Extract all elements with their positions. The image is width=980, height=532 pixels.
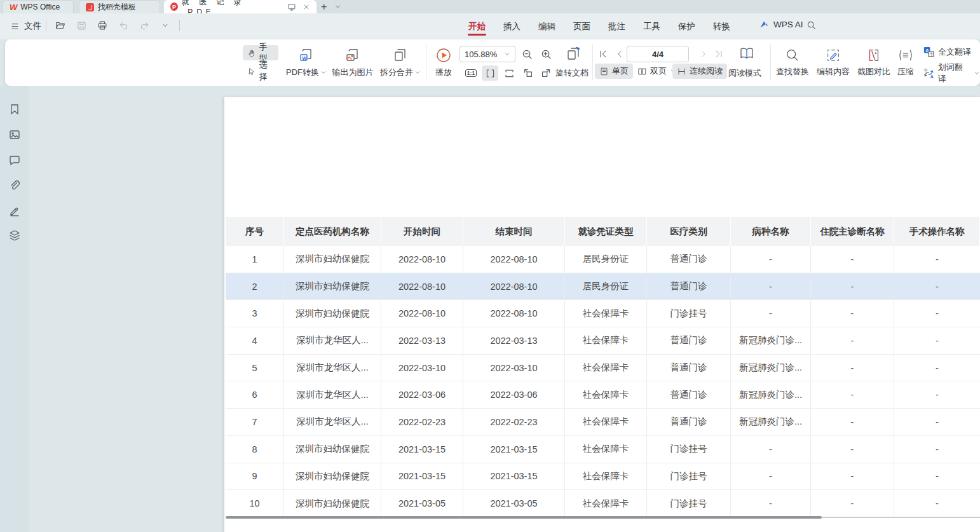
thumbnails-panel-button[interactable]: [7, 127, 22, 142]
word-translate-button[interactable]: 字 A 划词翻译: [923, 65, 980, 81]
cursor-icon: [247, 67, 256, 76]
bookmarks-panel-button[interactable]: [7, 102, 22, 117]
actual-size-button[interactable]: 1:1: [463, 65, 479, 81]
print-icon: [97, 20, 108, 31]
table-cell: -: [894, 463, 980, 490]
tab-list-chevron-icon[interactable]: [334, 3, 341, 10]
screenshot-compare-button[interactable]: 截图对比: [855, 43, 892, 81]
close-icon[interactable]: [303, 3, 310, 11]
ribbon-tab-tools[interactable]: 工具: [643, 15, 661, 38]
chevron-down-icon: [504, 51, 510, 57]
zoom-combobox[interactable]: 105.88%: [459, 46, 515, 62]
open-button[interactable]: [53, 18, 67, 32]
hand-tool-button[interactable]: 手型: [243, 45, 278, 60]
zoom-in-icon: [540, 48, 552, 60]
rotate-left-button[interactable]: [520, 65, 536, 81]
wps-ai-button[interactable]: WPS AI: [759, 19, 803, 30]
fit-width-button[interactable]: [501, 65, 517, 81]
table-cell: -: [731, 436, 811, 463]
page-number-input[interactable]: 4/4: [627, 46, 689, 62]
table-cell: 深圳市妇幼保健院: [284, 246, 381, 273]
quick-access-chevron[interactable]: [158, 18, 172, 32]
table-cell: 新冠肺炎门诊...: [731, 355, 811, 381]
table-cell: -: [811, 246, 894, 273]
fit-page-button[interactable]: [482, 65, 498, 81]
tab-docer[interactable]: 找稻壳模板: [79, 0, 160, 13]
last-page-button[interactable]: [712, 47, 726, 61]
table-cell: 社会保障卡: [565, 490, 647, 517]
menu-search-button[interactable]: [806, 20, 817, 31]
double-page-label: 双页: [650, 65, 667, 77]
table-cell: 8: [226, 436, 284, 463]
continuous-read-button[interactable]: 连续阅读: [672, 64, 727, 79]
find-replace-button[interactable]: 查找替换: [774, 43, 811, 81]
layers-panel-button[interactable]: [7, 228, 22, 243]
print-button[interactable]: [95, 18, 109, 32]
attachments-panel-button[interactable]: [7, 178, 22, 193]
ribbon-tab-home[interactable]: 开始: [468, 15, 486, 38]
table-cell: 2022-03-10: [381, 355, 463, 381]
table-cell: -: [731, 273, 811, 300]
ribbon-tab-comment[interactable]: 批注: [608, 15, 626, 38]
signature-panel-button[interactable]: [7, 203, 22, 219]
ribbon-tab-insert[interactable]: 插入: [503, 15, 521, 38]
read-mode-label[interactable]: 阅读模式: [728, 65, 761, 81]
compress-button[interactable]: 压缩: [894, 43, 918, 81]
table-cell: -: [811, 300, 894, 327]
play-icon: [435, 47, 452, 64]
table-cell: -: [731, 300, 811, 327]
table-cell: 6: [226, 381, 284, 408]
single-page-button[interactable]: 单页: [595, 64, 633, 79]
divider: [426, 44, 426, 80]
ribbon-tab-convert[interactable]: 转换: [712, 15, 731, 38]
undo-button[interactable]: [116, 18, 130, 32]
table-cell: 普通门诊: [647, 273, 731, 300]
zoom-in-button[interactable]: [539, 47, 553, 61]
rotate-right-button[interactable]: [538, 65, 554, 81]
table-cell: 2: [226, 273, 284, 300]
zoom-out-button[interactable]: [520, 47, 534, 61]
table-cell: 5: [226, 355, 284, 381]
table-cell: 2021-03-15: [381, 463, 463, 490]
tab-wps-home[interactable]: W WPS Office: [3, 0, 74, 13]
table-cell: -: [894, 409, 980, 435]
redo-button[interactable]: [137, 18, 151, 32]
ribbon-tab-protect[interactable]: 保护: [677, 15, 696, 38]
continuous-read-label: 连续阅读: [690, 65, 723, 77]
table-cell: 深圳市妇幼保健院: [284, 490, 381, 517]
one-to-one-icon: 1:1: [465, 69, 477, 78]
rotate-doc-label[interactable]: 旋转文档: [555, 65, 589, 81]
book-icon: [738, 45, 755, 62]
comments-panel-button[interactable]: [7, 153, 22, 168]
divider: [592, 44, 593, 80]
ribbon-tab-edit[interactable]: 编辑: [538, 15, 556, 38]
table-cell: 新冠肺炎门诊...: [731, 409, 811, 435]
edit-content-button[interactable]: 编辑内容: [815, 43, 852, 81]
prev-page-button[interactable]: [613, 47, 627, 61]
read-mode-button[interactable]: [737, 44, 756, 62]
menubar: 文件 开始 插入: [0, 13, 980, 39]
prev-page-icon: [615, 50, 624, 58]
layers-icon: [8, 229, 21, 242]
save-button[interactable]: [74, 18, 88, 32]
table-cell: 社会保障卡: [565, 463, 647, 490]
full-translate-button[interactable]: A 字 全文翻译: [923, 46, 971, 58]
select-tool-button[interactable]: 选择: [243, 64, 278, 79]
ribbon-tab-page[interactable]: 页面: [573, 15, 591, 38]
export-image-button[interactable]: 输出为图片: [329, 43, 376, 81]
table-row: 6深圳市龙华区人...2022-03-062022-03-06社会保障卡普通门诊…: [226, 381, 980, 409]
play-button[interactable]: 播放: [430, 43, 458, 81]
monitor-icon[interactable]: [287, 3, 296, 11]
table-cell: -: [811, 327, 894, 354]
split-merge-button[interactable]: 拆分合并: [376, 43, 425, 81]
file-menu-button[interactable]: 文件: [6, 18, 45, 34]
horizontal-scrollbar-thumb[interactable]: [226, 516, 822, 519]
pdf-convert-button[interactable]: W PDF转换: [282, 43, 330, 81]
new-tab-icon[interactable]: +: [321, 2, 327, 12]
first-page-button[interactable]: [596, 47, 610, 61]
tab-controls: +: [321, 0, 341, 13]
tab-document[interactable]: P 就 医 记 录 .PDF: [164, 0, 316, 13]
rotate-pages-button[interactable]: [564, 44, 583, 62]
next-page-button[interactable]: [697, 47, 711, 61]
table-cell: 社会保障卡: [565, 327, 647, 354]
